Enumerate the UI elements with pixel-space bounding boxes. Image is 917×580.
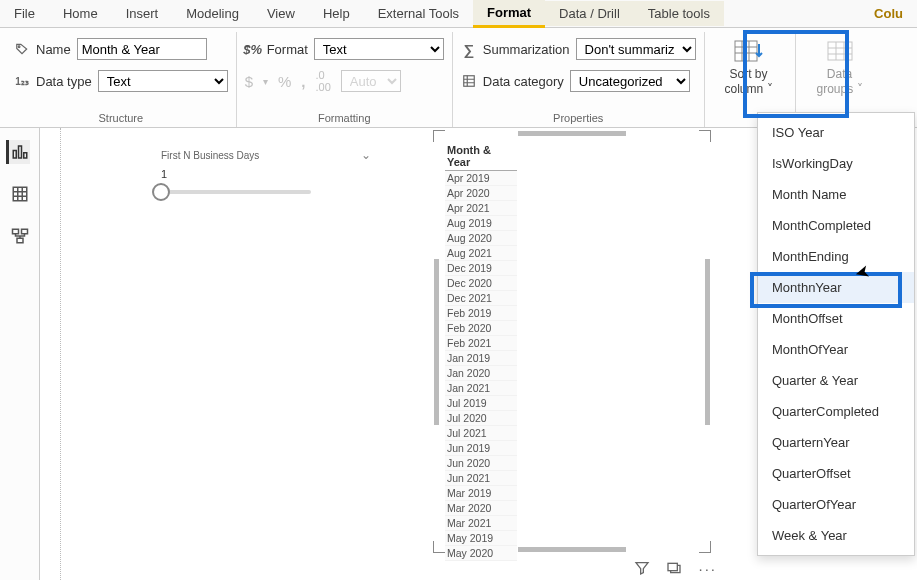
- menu-item[interactable]: MonthnYear: [758, 272, 914, 303]
- svg-rect-19: [668, 563, 677, 570]
- resize-handle[interactable]: [433, 130, 445, 142]
- tag-icon: [14, 41, 30, 57]
- svg-rect-15: [13, 187, 27, 201]
- category-icon: [461, 73, 477, 89]
- tab-view[interactable]: View: [253, 1, 309, 26]
- tab-data-drill[interactable]: Data / Drill: [545, 1, 634, 26]
- data-view-button[interactable]: [8, 182, 32, 206]
- ribbon-tabs: File Home Insert Modeling View Help Exte…: [0, 0, 917, 28]
- tab-file[interactable]: File: [0, 1, 49, 26]
- groups-icon: [826, 40, 854, 64]
- tab-home[interactable]: Home: [49, 1, 112, 26]
- group-properties: ∑ Summarization Don't summarize Data cat…: [453, 32, 705, 127]
- resize-handle[interactable]: [699, 130, 711, 142]
- slicer-slider[interactable]: [161, 190, 311, 194]
- view-rail: [0, 128, 40, 580]
- svg-rect-16: [12, 229, 18, 234]
- focus-mode-icon[interactable]: [666, 560, 682, 577]
- tab-insert[interactable]: Insert: [112, 1, 173, 26]
- groups-label-2: groups: [817, 82, 854, 96]
- table-visual[interactable]: Month & Year Apr 2019Apr 2020Apr 2021Aug…: [437, 134, 707, 549]
- percent-button[interactable]: %: [278, 73, 291, 90]
- menu-item[interactable]: Week & Year: [758, 520, 914, 551]
- menu-item[interactable]: Month Name: [758, 179, 914, 210]
- group-structure: Name 1₂₃ Data type Text Structure: [6, 32, 237, 127]
- group-label-formatting: Formatting: [245, 109, 444, 127]
- svg-rect-12: [13, 151, 16, 159]
- sigma-icon: ∑: [461, 41, 477, 57]
- datatype-label: Data type: [36, 74, 92, 89]
- menu-item[interactable]: MonthCompleted: [758, 210, 914, 241]
- format-label: Format: [267, 42, 308, 57]
- comma-button[interactable]: ,: [301, 73, 305, 90]
- svg-rect-14: [23, 153, 26, 158]
- format-icon: $%: [245, 41, 261, 57]
- svg-rect-13: [18, 146, 21, 158]
- sort-by-column-menu: ISO YearIsWorkingDayMonth NameMonthCompl…: [757, 112, 915, 556]
- tab-modeling[interactable]: Modeling: [172, 1, 253, 26]
- menu-item[interactable]: Quarter & Year: [758, 365, 914, 396]
- menu-item[interactable]: MonthEnding: [758, 241, 914, 272]
- sort-icon: [734, 40, 764, 64]
- resize-handle[interactable]: [518, 547, 626, 552]
- datatype-icon: 1₂₃: [14, 73, 30, 89]
- tab-help[interactable]: Help: [309, 1, 364, 26]
- resize-handle[interactable]: [699, 541, 711, 553]
- selection-frame: [437, 134, 707, 549]
- model-view-button[interactable]: [8, 224, 32, 248]
- summarization-select[interactable]: Don't summarize: [576, 38, 696, 60]
- summarization-label: Summarization: [483, 42, 570, 57]
- resize-handle[interactable]: [705, 259, 710, 425]
- name-label: Name: [36, 42, 71, 57]
- groups-label-1: Data: [827, 68, 852, 81]
- chevron-down-icon: ˅: [857, 82, 863, 96]
- data-category-label: Data category: [483, 74, 564, 89]
- menu-item[interactable]: ISO Year: [758, 117, 914, 148]
- decimals-select[interactable]: Auto: [341, 70, 401, 92]
- slicer-visual[interactable]: First N Business Days ⌄ 1: [161, 148, 371, 194]
- sort-label-1: Sort by: [730, 68, 768, 81]
- svg-rect-18: [17, 238, 23, 243]
- slicer-title: First N Business Days: [161, 150, 259, 161]
- resize-handle[interactable]: [433, 541, 445, 553]
- chevron-down-icon: ˅: [767, 82, 773, 96]
- group-formatting: $% Format Text $▾ % , .0.00 Auto Formatt…: [237, 32, 453, 127]
- more-options-icon[interactable]: ···: [698, 560, 717, 577]
- group-label-properties: Properties: [461, 109, 696, 127]
- menu-item[interactable]: QuarterOfYear: [758, 489, 914, 520]
- report-view-button[interactable]: [6, 140, 30, 164]
- data-groups-button[interactable]: Data groups ˅: [804, 36, 876, 100]
- tab-table-tools[interactable]: Table tools: [634, 1, 724, 26]
- filter-icon[interactable]: [634, 560, 650, 577]
- menu-item[interactable]: QuarterCompleted: [758, 396, 914, 427]
- menu-item[interactable]: MonthOffset: [758, 303, 914, 334]
- datatype-select[interactable]: Text: [98, 70, 228, 92]
- resize-handle[interactable]: [518, 131, 626, 136]
- name-field[interactable]: [77, 38, 207, 60]
- format-select[interactable]: Text: [314, 38, 444, 60]
- data-category-select[interactable]: Uncategorized: [570, 70, 690, 92]
- svg-rect-7: [828, 42, 852, 60]
- tab-external-tools[interactable]: External Tools: [364, 1, 473, 26]
- chevron-down-icon[interactable]: ⌄: [361, 148, 371, 162]
- svg-rect-1: [464, 76, 475, 87]
- svg-point-0: [18, 46, 20, 48]
- sort-label-2: column: [725, 82, 764, 96]
- decimals-button[interactable]: .0.00: [316, 69, 331, 93]
- resize-handle[interactable]: [434, 259, 439, 425]
- menu-item[interactable]: QuarterOffset: [758, 458, 914, 489]
- svg-rect-17: [21, 229, 27, 234]
- menu-item[interactable]: QuarternYear: [758, 427, 914, 458]
- slider-thumb[interactable]: [152, 183, 170, 201]
- menu-item[interactable]: IsWorkingDay: [758, 148, 914, 179]
- sort-by-column-button[interactable]: Sort by column ˅: [713, 36, 785, 100]
- group-label-structure: Structure: [14, 109, 228, 127]
- tab-column-tools[interactable]: Colu: [860, 1, 917, 26]
- menu-item[interactable]: MonthOfYear: [758, 334, 914, 365]
- currency-button[interactable]: $: [245, 73, 253, 90]
- slicer-value: 1: [161, 168, 371, 180]
- tab-format[interactable]: Format: [473, 0, 545, 28]
